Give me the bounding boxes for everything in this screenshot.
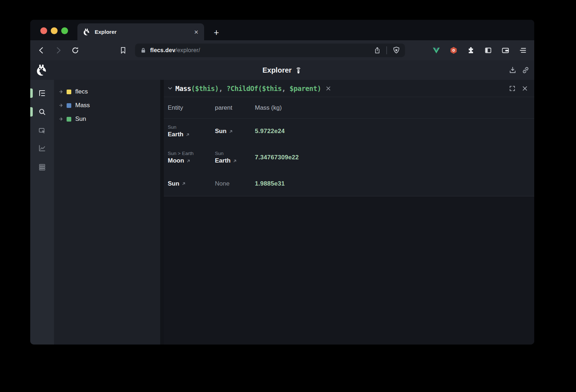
rows-icon[interactable]: [38, 163, 46, 172]
desktop-background: Explorer × + flecs.dev/explorer/: [0, 0, 576, 392]
toolbar-divider: [386, 46, 387, 54]
table-header: Entity parent Mass (kg): [164, 97, 534, 119]
content-area: flecs Mass Sun: [30, 80, 534, 345]
close-tab-icon[interactable]: ×: [194, 28, 198, 36]
entity-cell[interactable]: Sun > Earth Moon: [168, 151, 215, 164]
flecs-favicon: [82, 28, 90, 36]
entity-link[interactable]: Moon: [168, 157, 184, 164]
entity-color-swatch: [67, 117, 71, 122]
query-bar: Mass($this), ?ChildOf($this, $parent): [164, 80, 534, 97]
extensions-puzzle-icon[interactable]: [467, 46, 475, 55]
tree-item-label: Mass: [75, 102, 90, 109]
url-path: /explorer/: [175, 47, 200, 53]
menu-hamburger-icon[interactable]: [518, 46, 527, 55]
query-expression[interactable]: Mass($this), ?ChildOf($this, $parent): [175, 85, 321, 92]
active-indicator-search: [30, 107, 33, 117]
column-header-mass: Mass (kg): [255, 104, 534, 111]
fullscreen-icon[interactable]: [509, 85, 516, 92]
expand-arrow-icon[interactable]: [58, 89, 64, 95]
open-entity-arrow-icon[interactable]: [181, 181, 186, 186]
parent-link[interactable]: None: [215, 180, 230, 187]
tab-title: Explorer: [95, 29, 194, 35]
expand-arrow-icon[interactable]: [58, 116, 64, 122]
vue-devtools-icon[interactable]: [432, 46, 441, 55]
entity-cell[interactable]: Sun: [168, 180, 215, 187]
url-domain: flecs.dev: [150, 47, 175, 53]
open-entity-arrow-icon[interactable]: [185, 132, 190, 137]
download-icon[interactable]: [508, 66, 517, 74]
sidebar-rail: [30, 80, 54, 345]
entity-link[interactable]: Sun: [168, 180, 179, 187]
remote-connection-icon[interactable]: [295, 66, 302, 74]
mass-value: 1.9885e31: [255, 180, 534, 187]
entity-cell[interactable]: Sun Earth: [168, 124, 215, 138]
reload-button[interactable]: [71, 46, 80, 55]
entity-link[interactable]: Earth: [168, 131, 183, 138]
table-body: Sun Earth Sun: [164, 119, 534, 196]
page-title-text: Explorer: [262, 66, 292, 74]
browser-tab[interactable]: Explorer ×: [77, 23, 204, 40]
wallet-icon[interactable]: [501, 46, 510, 55]
window-controls: [40, 27, 68, 34]
browser-window: Explorer × + flecs.dev/explorer/: [30, 20, 534, 345]
open-parent-arrow-icon[interactable]: [233, 159, 237, 163]
tree-item-list: flecs Mass Sun: [54, 85, 160, 126]
parent-parent-path: Sun: [215, 151, 255, 156]
open-parent-arrow-icon[interactable]: [229, 129, 233, 134]
hexagon-extension-icon[interactable]: [449, 46, 458, 55]
zoom-window-button[interactable]: [61, 27, 68, 34]
link-icon[interactable]: [521, 66, 530, 74]
extension-icons: [432, 46, 527, 55]
tree-view-icon[interactable]: [38, 89, 46, 97]
parent-cell[interactable]: Sun: [215, 128, 255, 135]
search-icon[interactable]: [38, 108, 46, 116]
entity-tree-panel: flecs Mass Sun: [54, 80, 160, 345]
tree-item-label: flecs: [75, 88, 88, 95]
mass-value: 5.9722e24: [255, 128, 534, 135]
expand-arrow-icon[interactable]: [58, 102, 64, 108]
bookmark-icon[interactable]: [119, 46, 127, 55]
table-row: Sun Earth Sun: [164, 119, 534, 144]
share-icon[interactable]: [373, 46, 381, 54]
tree-item[interactable]: Mass: [54, 99, 160, 112]
mass-value: 7.34767309e22: [255, 154, 534, 161]
sidebar-toggle-icon[interactable]: [484, 46, 492, 55]
parent-link[interactable]: Sun: [215, 128, 226, 135]
panel-divider: [160, 80, 164, 345]
open-entity-arrow-icon[interactable]: [186, 159, 191, 163]
entity-color-swatch: [67, 90, 71, 94]
back-button[interactable]: [37, 46, 46, 55]
table-row: Sun None 1.9885e31: [164, 171, 534, 196]
tree-item[interactable]: flecs: [54, 85, 160, 99]
results-empty-area: [164, 196, 534, 345]
entity-parent-path: Sun > Earth: [168, 151, 215, 156]
entity-parent-path: Sun: [168, 124, 215, 130]
clear-query-icon[interactable]: [325, 86, 331, 91]
chevron-down-icon[interactable]: [167, 85, 173, 91]
column-header-entity: Entity: [168, 104, 215, 111]
inspector-icon[interactable]: [38, 127, 46, 135]
browser-toolbar: flecs.dev/explorer/: [30, 40, 534, 60]
close-panel-icon[interactable]: [522, 86, 528, 91]
entity-color-swatch: [67, 103, 71, 108]
parent-cell[interactable]: Sun Earth: [215, 151, 255, 164]
tree-item[interactable]: Sun: [54, 112, 160, 126]
chart-icon[interactable]: [38, 144, 46, 152]
browser-tab-strip: Explorer × +: [30, 20, 534, 40]
brave-shield-icon[interactable]: [392, 46, 401, 55]
close-window-button[interactable]: [40, 27, 47, 34]
forward-button[interactable]: [54, 46, 63, 55]
parent-cell: None: [215, 180, 255, 187]
new-tab-button[interactable]: +: [211, 28, 221, 37]
app-header: Explorer: [30, 60, 534, 80]
url-text: flecs.dev/explorer/: [150, 47, 200, 54]
query-panel: Mass($this), ?ChildOf($this, $parent) En…: [164, 80, 534, 345]
column-header-parent: parent: [215, 104, 255, 111]
url-bar[interactable]: flecs.dev/explorer/: [135, 44, 405, 57]
page-title: Explorer: [30, 60, 534, 80]
minimize-window-button[interactable]: [51, 27, 58, 34]
tree-item-label: Sun: [75, 115, 86, 123]
lock-icon: [140, 47, 147, 54]
parent-link[interactable]: Earth: [215, 157, 230, 164]
table-row: Sun > Earth Moon Sun Earth: [164, 144, 534, 171]
